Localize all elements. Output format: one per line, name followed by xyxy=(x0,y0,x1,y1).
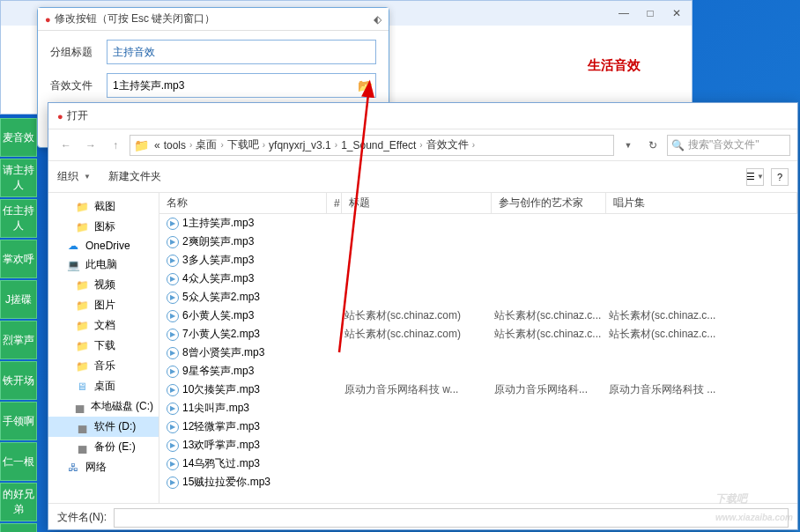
column-name[interactable]: 名称 xyxy=(159,193,327,213)
file-row[interactable]: ▶9星爷笑声.mp3 xyxy=(159,362,797,381)
edit-close-button[interactable]: ⬖ xyxy=(374,13,381,26)
file-row[interactable]: ▶7小黄人笑2.mp3站长素材(sc.chinaz.com)站长素材(sc.ch… xyxy=(159,325,797,344)
file-row[interactable]: ▶3多人笑声.mp3 xyxy=(159,251,797,270)
tree-item[interactable]: 🖧网络 xyxy=(48,457,159,477)
tree-item-label: 网络 xyxy=(85,460,107,475)
tree-item[interactable]: ▅备份 (E:) xyxy=(48,437,159,457)
tree-item[interactable]: ▅本地磁盘 (C:) xyxy=(48,396,159,417)
pc-icon: 💻 xyxy=(66,259,80,271)
sidebar-category-button[interactable]: 铁开场 xyxy=(0,361,37,400)
breadcrumb-item[interactable]: 音效文件 xyxy=(426,137,469,152)
search-input[interactable]: 🔍 搜索"音效文件" xyxy=(667,135,790,156)
browse-file-button[interactable]: 📂 xyxy=(356,76,374,95)
watermark: 下载吧 www.xiazaiba.com xyxy=(715,488,793,525)
organize-button[interactable]: 组织 ▼ xyxy=(57,169,91,184)
audio-file-icon: ▶ xyxy=(167,273,179,285)
disk-icon: ▅ xyxy=(75,401,85,413)
column-title[interactable]: 标题 xyxy=(342,193,492,213)
tree-item[interactable]: ☁OneDrive xyxy=(48,237,159,255)
sound-file-value: 1主持笑声.mp3 xyxy=(113,74,370,97)
folder-icon: 📁 xyxy=(75,320,89,332)
sidebar-category-button[interactable]: 麦音效 xyxy=(0,118,37,157)
nav-back-button[interactable]: ← xyxy=(56,135,77,156)
group-title-input[interactable]: 主持音效 xyxy=(107,40,376,64)
tree-item-label: 图标 xyxy=(94,219,115,234)
close-button[interactable]: ✕ xyxy=(669,7,685,19)
tree-item-label: 桌面 xyxy=(94,379,115,394)
breadcrumb-item[interactable]: yfqnyxrj_v3.1 xyxy=(269,139,331,151)
breadcrumb-item[interactable]: tools xyxy=(164,139,186,151)
folder-icon: 📁 xyxy=(75,279,89,292)
sidebar-category-button[interactable]: 仁一根 xyxy=(0,442,37,481)
column-album[interactable]: 唱片集 xyxy=(606,193,797,213)
sidebar-category-button[interactable]: 的好兄弟 xyxy=(0,483,37,521)
breadcrumb-item[interactable]: 桌面 xyxy=(196,137,217,152)
tree-item[interactable]: ▅软件 (D:) xyxy=(48,417,159,437)
nav-forward-button[interactable]: → xyxy=(80,135,101,156)
refresh-button[interactable]: ↻ xyxy=(642,135,663,156)
file-row[interactable]: ▶15贼拉拉爱你.mp3 xyxy=(159,473,797,491)
breadcrumb-separator: › xyxy=(263,140,265,150)
nav-up-button[interactable]: ↑ xyxy=(105,135,126,156)
filename-input[interactable] xyxy=(114,508,789,528)
new-folder-button[interactable]: 新建文件夹 xyxy=(108,169,161,184)
tree-item[interactable]: 📁截图 xyxy=(48,196,159,217)
tree-item[interactable]: 📁图标 xyxy=(48,217,159,237)
audio-file-icon: ▶ xyxy=(167,255,179,267)
window-controls: — □ ✕ xyxy=(616,7,685,19)
column-artist[interactable]: 参与创作的艺术家 xyxy=(492,193,606,213)
view-mode-button[interactable]: ☰▼ xyxy=(746,168,764,186)
file-row[interactable]: ▶4众人笑声.mp3 xyxy=(159,270,797,288)
audio-file-icon: ▶ xyxy=(167,477,179,489)
sidebar-category-button[interactable]: 掌欢呼 xyxy=(0,240,37,278)
folder-tree: 📁截图📁图标☁OneDrive💻此电脑📁视频📁图片📁文档📁下载📁音乐🖥桌面▅本地… xyxy=(48,193,159,503)
sidebar-category-button[interactable]: 嗨开场 xyxy=(0,523,37,532)
tree-item[interactable]: 📁图片 xyxy=(48,295,159,315)
sidebar-category-button[interactable]: 手领啊 xyxy=(0,402,37,440)
breadcrumb-folder-icon: 📁 xyxy=(134,138,149,152)
help-button[interactable]: ? xyxy=(771,168,789,186)
file-row[interactable]: ▶1主持笑声.mp3 xyxy=(159,214,797,233)
file-album: 原动力音乐网络科技 ... xyxy=(602,382,797,397)
folder-icon: 📁 xyxy=(75,221,89,233)
search-icon: 🔍 xyxy=(671,139,685,151)
file-row[interactable]: ▶6小黄人笑.mp3站长素材(sc.chinaz.com)站长素材(sc.chi… xyxy=(159,307,797,325)
file-row[interactable]: ▶12轻微掌声.mp3 xyxy=(159,417,797,436)
file-row[interactable]: ▶14乌鸦飞过.mp3 xyxy=(159,454,797,473)
sidebar-category-button[interactable]: 烈掌声 xyxy=(0,321,37,359)
tree-item-label: 备份 (E:) xyxy=(94,440,136,454)
tree-item[interactable]: 📁视频 xyxy=(48,275,159,295)
file-row[interactable]: ▶5众人笑声2.mp3 xyxy=(159,288,797,307)
breadcrumb-item[interactable]: 下载吧 xyxy=(227,137,259,152)
group-title-label: 分组标题 xyxy=(50,45,100,60)
file-row[interactable]: ▶10欠揍笑声.mp3原动力音乐网络科技 w...原动力音乐网络科...原动力音… xyxy=(159,381,797,399)
sidebar-category-button[interactable]: 请主持人 xyxy=(0,159,37,197)
file-name: 4众人笑声.mp3 xyxy=(182,271,254,286)
tree-item[interactable]: 📁文档 xyxy=(48,315,159,336)
audio-file-icon: ▶ xyxy=(167,292,179,304)
file-row[interactable]: ▶13欢呼掌声.mp3 xyxy=(159,436,797,454)
tree-item[interactable]: 📁下载 xyxy=(48,336,159,356)
audio-file-icon: ▶ xyxy=(167,347,179,359)
audio-file-icon: ▶ xyxy=(167,329,179,341)
tree-item[interactable]: 💻此电脑 xyxy=(48,255,159,275)
breadcrumb-dropdown[interactable]: ▼ xyxy=(618,135,639,156)
tree-item[interactable]: 📁音乐 xyxy=(48,356,159,376)
breadcrumb-item[interactable]: 1_Sound_Effect xyxy=(341,139,416,151)
tree-item[interactable]: 🖥桌面 xyxy=(48,376,159,396)
sidebar-category-button[interactable]: 任主持人 xyxy=(0,199,37,238)
file-list: 名称 # 标题 参与创作的艺术家 唱片集 ▶1主持笑声.mp3▶2爽朗笑声.mp… xyxy=(159,193,797,503)
file-row[interactable]: ▶8曾小贤笑声.mp3 xyxy=(159,344,797,362)
audio-file-icon: ▶ xyxy=(167,421,179,433)
breadcrumb[interactable]: 📁 « tools›桌面›下载吧›yfqnyxrj_v3.1›1_Sound_E… xyxy=(130,135,614,156)
column-num[interactable]: # xyxy=(327,193,342,213)
sidebar-category-button[interactable]: J搓碟 xyxy=(0,280,37,319)
audio-file-icon: ▶ xyxy=(167,458,179,470)
disk-icon: ▅ xyxy=(75,441,89,454)
file-row[interactable]: ▶2爽朗笑声.mp3 xyxy=(159,233,797,251)
maximize-button[interactable]: □ xyxy=(642,7,658,19)
file-row[interactable]: ▶11尖叫声.mp3 xyxy=(159,399,797,417)
minimize-button[interactable]: — xyxy=(616,7,632,19)
file-name: 15贼拉拉爱你.mp3 xyxy=(182,475,270,490)
sound-file-input[interactable]: 1主持笑声.mp3 📂 xyxy=(107,73,376,98)
